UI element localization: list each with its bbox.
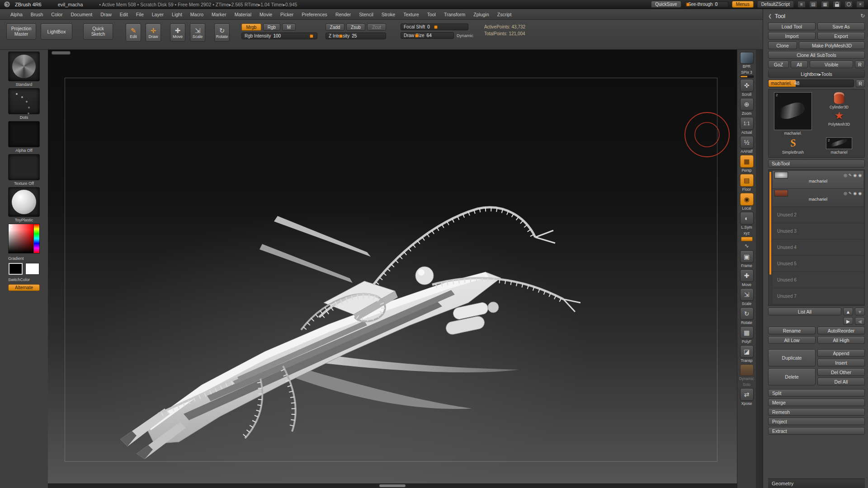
mrgb-button[interactable]: Mrgb <box>241 23 261 31</box>
gradient-label[interactable]: Gradient <box>8 256 40 261</box>
menu-item[interactable]: Marker <box>208 12 231 17</box>
menu-item[interactable]: Color <box>47 12 66 17</box>
menu-item[interactable]: Stencil <box>355 12 377 17</box>
save-as-button[interactable]: Save As <box>817 23 865 30</box>
sculpt-toggle-icon[interactable]: ✎ <box>849 173 852 178</box>
goz-r-button[interactable]: R <box>855 61 865 68</box>
clone-all-subtools-button[interactable]: Clone All SubTools <box>768 51 865 59</box>
wave-toggle[interactable]: ∿ <box>744 243 749 249</box>
visibility-all-eye-icon[interactable]: ◉ <box>858 191 862 196</box>
menu-item[interactable]: Zscript <box>493 12 516 17</box>
menus-button[interactable]: Menus <box>732 1 754 8</box>
saturation-square[interactable] <box>9 224 33 253</box>
actual-button[interactable]: 1:1 Actual <box>740 117 754 135</box>
export-button[interactable]: Export <box>817 32 865 40</box>
duplicate-button[interactable]: Duplicate <box>768 349 816 366</box>
frame-button[interactable]: ▣ Frame <box>740 250 754 268</box>
subpalette-header[interactable]: Split <box>768 389 865 397</box>
sliders-icon[interactable]: ≡ <box>797 1 806 8</box>
zadd-button[interactable]: Zadd <box>326 23 344 31</box>
polymesh3d-tool[interactable]: ★ PolyMesh3D <box>816 110 862 127</box>
persp-button[interactable]: ▦ Persp <box>740 155 754 173</box>
xyz-toggle[interactable]: xyz <box>744 231 750 235</box>
subtool-unused-row[interactable]: Unused 3 <box>773 223 863 239</box>
menu-item[interactable]: Alpha <box>6 12 27 17</box>
z-intensity-slider[interactable]: Z Intensity 25 <box>326 33 386 39</box>
zcut-button[interactable]: Zcut <box>367 23 386 31</box>
menu-item[interactable]: Movie <box>255 12 276 17</box>
clone-button[interactable]: Clone <box>768 42 797 49</box>
subtool-row[interactable]: ◎ ✎ ◉ ◉ machariel <box>773 189 863 207</box>
menu-item[interactable]: Texture <box>399 12 423 17</box>
spaceship-model[interactable] <box>48 50 737 488</box>
menu-item[interactable]: Document <box>66 12 96 17</box>
current-texture-button[interactable]: Texture Off <box>8 154 40 186</box>
session-icon[interactable] <box>844 1 853 8</box>
dynamic-toggle[interactable]: Dynamic <box>457 33 473 38</box>
move-mode-button[interactable]: ✚ Move <box>170 23 185 42</box>
append-button[interactable]: Append <box>817 349 865 357</box>
bpr-button[interactable]: BPR <box>740 52 754 69</box>
del-all-button[interactable]: Del All <box>817 378 865 385</box>
menu-item[interactable]: Material <box>231 12 255 17</box>
tool-r-button[interactable]: R <box>856 80 865 87</box>
layout-b-icon[interactable]: ▦ <box>821 1 829 8</box>
make-polymesh3d-button[interactable]: Make PolyMesh3D <box>799 42 865 49</box>
see-through-slider[interactable]: See-through 0 <box>685 1 728 7</box>
lsym-button[interactable]: ◐ L.Sym <box>740 212 754 230</box>
hue-strip[interactable] <box>34 224 39 253</box>
canvas-hscroll-thumb[interactable] <box>379 484 406 487</box>
select-down-button[interactable]: ▼ <box>855 308 865 315</box>
draw-mode-button[interactable]: ✛ Draw <box>146 23 161 42</box>
paint-toggle-icon[interactable]: ◎ <box>844 173 847 178</box>
cylinder3d-tool[interactable]: Cylinder3D <box>816 92 862 109</box>
menu-item[interactable]: Layer <box>148 12 168 17</box>
focal-shift-slider[interactable]: Focal Shift 0 <box>401 23 468 30</box>
panel-collapse-icon[interactable]: ❮ <box>768 14 772 19</box>
main-color-swatch[interactable] <box>9 263 23 275</box>
del-other-button[interactable]: Del Other <box>817 368 865 376</box>
rotate-mode-button[interactable]: ↻ Rotate <box>214 23 230 42</box>
rename-button[interactable]: Rename <box>768 327 816 334</box>
rgb-intensity-handle[interactable] <box>310 34 313 38</box>
solo-button[interactable]: Solo <box>743 382 750 387</box>
lock-icon[interactable] <box>833 1 841 8</box>
menu-item[interactable]: Stroke <box>377 12 399 17</box>
menu-item[interactable]: Edit <box>116 12 132 17</box>
menu-item[interactable]: Transform <box>440 12 469 17</box>
panel-refresh-icon[interactable]: ↻ <box>860 13 865 19</box>
geometry-section-header[interactable]: Geometry <box>768 479 865 488</box>
spix-slider[interactable]: SPix 3 <box>740 70 754 78</box>
polyf-button[interactable]: ▦ PolyF <box>740 326 754 344</box>
spix-slider-track[interactable] <box>740 75 754 78</box>
list-all-button[interactable]: List All <box>768 308 841 315</box>
current-stroke-button[interactable]: Dots <box>8 88 40 120</box>
lightbox-button[interactable]: LightBox <box>41 23 72 40</box>
subtool-unused-row[interactable]: Unused 5 <box>773 256 863 272</box>
close-icon[interactable]: × <box>856 1 864 8</box>
lightbox-divider-handle[interactable] <box>52 51 71 55</box>
zsub-button[interactable]: Zsub <box>346 23 365 31</box>
edit-mode-button[interactable]: ✎ Edit <box>126 23 141 42</box>
sculpt-toggle-icon[interactable]: ✎ <box>849 191 852 196</box>
menu-item[interactable]: Tool <box>423 12 440 17</box>
menu-item[interactable]: Zplugin <box>469 12 493 17</box>
delete-button[interactable]: Delete <box>768 368 816 385</box>
subtool-section-header[interactable]: SubTool <box>768 160 865 168</box>
current-material-button[interactable]: ToyPlastic <box>8 187 40 222</box>
goz-visible-button[interactable]: Visible <box>810 61 853 68</box>
subtool-unused-row[interactable]: Unused 4 <box>773 239 863 256</box>
subtool-unused-row[interactable]: Unused 7 <box>773 288 863 305</box>
dynamic-button[interactable]: Dynamic <box>739 364 754 381</box>
canvas-hscroll-track[interactable] <box>48 483 737 488</box>
move-subtool-down-button[interactable]: ◀ <box>855 317 865 325</box>
rgb-button[interactable]: Rgb <box>263 23 280 31</box>
subtool-unused-row[interactable]: Unused 6 <box>773 272 863 288</box>
subtool-unused-row[interactable]: Unused 2 <box>773 207 863 223</box>
current-tool-slider[interactable]: machariel. 48 <box>768 80 854 87</box>
menu-item[interactable]: Picker <box>276 12 297 17</box>
all-high-button[interactable]: All High <box>817 336 865 344</box>
secondary-color-swatch[interactable] <box>25 263 39 275</box>
layout-a-icon[interactable]: ▤ <box>809 1 817 8</box>
all-low-button[interactable]: All Low <box>768 336 816 344</box>
